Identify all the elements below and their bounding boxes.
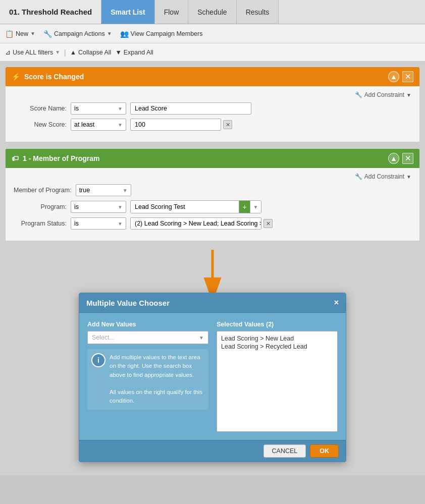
member-of-program-row: Member of Program: true ▼ — [14, 184, 411, 196]
modal-multiple-value-chooser: Multiple Value Chooser × Add New Values … — [79, 293, 346, 462]
filter-card-score-actions: ▲ ✕ — [388, 71, 413, 82]
score-name-value-box: Lead Score — [130, 102, 251, 115]
score-add-constraint-arrow: ▼ — [406, 92, 411, 98]
score-name-row: Score Name: is ▼ Lead Score — [14, 102, 411, 115]
tab-schedule-label: Schedule — [197, 8, 227, 16]
tab-flow-label: Flow — [164, 8, 179, 16]
program-add-button[interactable]: + — [239, 201, 250, 213]
program-status-label: Program Status: — [14, 220, 67, 227]
program-status-value-container: (2) Lead Scoring > New Lead; Lead Scorin… — [130, 217, 273, 230]
score-close-button[interactable]: ✕ — [402, 71, 413, 82]
filter-card-member-actions: ▲ ✕ — [388, 153, 413, 164]
info-icon-text: i — [97, 356, 99, 364]
member-icon: 🏷 — [12, 154, 19, 162]
expand-icon: ▼ — [115, 49, 121, 56]
modal-select-dropdown[interactable]: Select... ▼ — [87, 331, 208, 344]
modal-close-button[interactable]: × — [334, 298, 339, 307]
view-campaign-members-label: View Campaign Members — [131, 30, 203, 37]
tab-results[interactable]: Results — [237, 0, 279, 24]
program-status-clear-button[interactable]: ✕ — [263, 219, 273, 228]
filter-card-member-body: 🔧 Add Constraint ▼ Member of Program: tr… — [6, 168, 419, 241]
program-status-value-box[interactable]: (2) Lead Scoring > New Lead; Lead Scorin… — [130, 217, 261, 230]
tab-flow[interactable]: Flow — [155, 0, 189, 24]
modal-info-icon: i — [91, 353, 105, 367]
tab-schedule[interactable]: Schedule — [188, 0, 236, 24]
score-name-operator-value: is — [74, 105, 79, 112]
modal-select-placeholder: Select... — [92, 334, 115, 341]
campaign-title-label: 01. Threshold Reached — [9, 8, 92, 16]
new-button[interactable]: 📋 New ▼ — [5, 30, 35, 38]
campaign-actions-label: Campaign Actions — [54, 30, 105, 37]
member-add-constraint-button[interactable]: 🔧 Add Constraint ▼ — [355, 173, 411, 180]
modal-body: Add New Values Select... ▼ i Add multipl… — [79, 313, 346, 440]
score-name-value-container: Lead Score — [130, 102, 251, 115]
campaign-actions-button[interactable]: 🔧 Campaign Actions ▼ — [43, 30, 112, 38]
score-icon: ⚡ — [12, 73, 20, 81]
filter-card-score-changed: ⚡ Score is Changed ▲ ✕ 🔧 Add Constraint … — [5, 67, 420, 142]
score-add-constraint-icon: 🔧 — [355, 91, 362, 98]
modal-selected-values-title: Selected Values (2) — [217, 321, 338, 328]
filter-bar: ⊿ Use ALL filters ▼ | ▲ Collapse All ▼ E… — [0, 43, 425, 62]
member-of-program-label: Member of Program: — [14, 187, 72, 194]
score-add-constraint-button[interactable]: 🔧 Add Constraint ▼ — [355, 91, 411, 98]
modal-header: Multiple Value Chooser × — [79, 293, 346, 313]
score-name-operator-arrow: ▼ — [118, 106, 123, 111]
member-add-constraint-arrow: ▼ — [406, 174, 411, 180]
collapse-all-label: Collapse All — [78, 49, 111, 56]
modal-info-text: Add multiple values to the text area on … — [110, 353, 204, 406]
program-value: Lead Scoring Test — [131, 201, 239, 212]
toolbar: 📋 New ▼ 🔧 Campaign Actions ▼ 👥 View Camp… — [0, 24, 425, 43]
member-close-button[interactable]: ✕ — [402, 153, 413, 164]
new-score-clear-button[interactable]: ✕ — [223, 120, 232, 129]
member-of-program-arrow: ▼ — [123, 188, 128, 193]
program-dropdown-arrow[interactable]: ▼ — [250, 201, 261, 213]
collapse-all-button[interactable]: ▲ Collapse All — [70, 49, 112, 56]
new-score-operator-select[interactable]: at least ▼ — [71, 119, 126, 131]
filter-card-score-header: ⚡ Score is Changed ▲ ✕ — [6, 67, 419, 86]
filter-card-member-title-text: 1 - Member of Program — [23, 154, 99, 162]
modal-footer: CANCEL OK — [79, 440, 346, 462]
new-score-operator-value: at least — [74, 121, 94, 128]
program-label: Program: — [14, 203, 67, 210]
tab-smart-list[interactable]: Smart List — [101, 0, 154, 24]
member-add-constraint-row: 🔧 Add Constraint ▼ — [14, 173, 411, 180]
program-operator-select[interactable]: is ▼ — [71, 201, 126, 213]
program-status-operator-value: is — [74, 220, 79, 227]
expand-all-button[interactable]: ▼ Expand All — [115, 49, 153, 56]
filter-card-member-program: 🏷 1 - Member of Program ▲ ✕ 🔧 Add Constr… — [5, 148, 420, 241]
modal-ok-button[interactable]: OK — [310, 444, 339, 458]
use-all-filters[interactable]: ⊿ Use ALL filters ▼ — [5, 48, 60, 56]
modal-left-panel: Add New Values Select... ▼ i Add multipl… — [87, 321, 208, 432]
new-score-value-box[interactable]: 100 — [130, 119, 221, 131]
tab-bar: 01. Threshold Reached Smart List Flow Sc… — [0, 0, 425, 24]
view-campaign-members-button[interactable]: 👥 View Campaign Members — [120, 30, 203, 38]
score-up-button[interactable]: ▲ — [388, 71, 399, 82]
score-name-operator-select[interactable]: is ▼ — [71, 102, 126, 115]
member-add-constraint-label: Add Constraint — [364, 173, 404, 180]
modal-right-panel: Selected Values (2) Lead Scoring > New L… — [217, 321, 338, 432]
filter-bar-separator: | — [64, 48, 66, 57]
program-status-row: Program Status: is ▼ (2) Lead Scoring > … — [14, 217, 411, 230]
use-all-filters-arrow: ▼ — [55, 49, 60, 55]
program-status-operator-arrow: ▼ — [118, 221, 123, 227]
campaign-actions-icon: 🔧 — [43, 30, 52, 38]
tab-results-label: Results — [246, 8, 270, 16]
filter-card-score-title-text: Score is Changed — [24, 73, 84, 81]
program-row: Program: is ▼ Lead Scoring Test + ▼ — [14, 200, 411, 213]
modal-cancel-button[interactable]: CANCEL — [263, 444, 306, 458]
program-value-box: Lead Scoring Test + ▼ — [130, 200, 261, 213]
modal-container: Multiple Value Chooser × Add New Values … — [5, 293, 420, 462]
score-name-label: Score Name: — [14, 105, 67, 112]
new-score-value: 100 — [135, 121, 145, 128]
modal-selected-values-box[interactable]: Lead Scoring > New Lead Lead Scoring > R… — [217, 331, 338, 432]
member-up-button[interactable]: ▲ — [388, 153, 399, 164]
modal-add-new-values-title: Add New Values — [87, 321, 208, 328]
campaign-title[interactable]: 01. Threshold Reached — [0, 0, 101, 24]
score-name-value: Lead Score — [135, 105, 167, 112]
member-of-program-select[interactable]: true ▼ — [76, 184, 131, 196]
modal-selected-item-1: Lead Scoring > Recycled Lead — [221, 343, 333, 351]
program-status-operator-select[interactable]: is ▼ — [71, 217, 126, 230]
new-score-value-container: 100 ✕ — [130, 119, 232, 131]
campaign-actions-arrow: ▼ — [107, 31, 112, 36]
filter-icon: ⊿ — [5, 48, 11, 56]
